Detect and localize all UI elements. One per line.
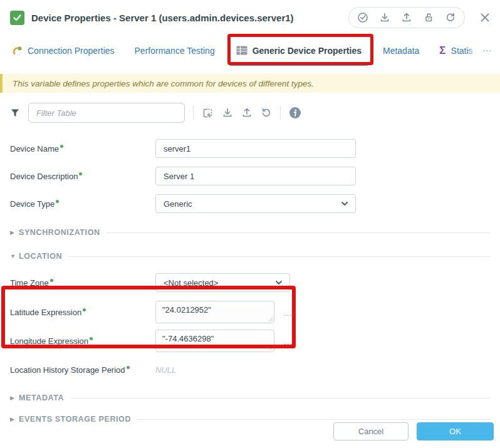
field-row-device-description: Device Description	[10, 167, 490, 185]
tab-performance-testing[interactable]: Performance Testing	[135, 35, 215, 66]
field-label: Device Description	[10, 172, 155, 181]
tab-label: Connection Properties	[28, 46, 115, 56]
required-indicator	[79, 172, 82, 175]
field-label: Device Type	[10, 199, 155, 209]
section-metadata[interactable]: ▶ METADATA	[10, 393, 490, 402]
required-indicator	[56, 200, 59, 203]
reload-icon[interactable]	[261, 107, 272, 118]
field-row-longitude-expression: Longitude Expression "-74.4636298" …	[10, 330, 490, 352]
field-label: Time Zone	[10, 278, 155, 288]
expand-arrow-icon: ▶	[10, 229, 19, 236]
device-description-input[interactable]	[155, 167, 356, 185]
selected-value: Generic	[164, 199, 192, 209]
section-divider	[68, 256, 490, 257]
tab-label: Metadata	[383, 46, 419, 56]
tab-generic-device-properties[interactable]: Generic Device Properties	[230, 35, 368, 66]
longitude-expression-editor-button[interactable]: …	[283, 336, 293, 346]
tab-label: Performance Testing	[135, 46, 215, 56]
latitude-expression-editor-button[interactable]: …	[283, 307, 293, 318]
field-row-latitude-expression: Latitude Expression "24.0212952" …	[10, 301, 490, 323]
section-synchronization[interactable]: ▶ SYNCHRONIZATION	[10, 228, 490, 237]
time-zone-select[interactable]: <Not selected>	[155, 273, 290, 292]
tab-metadata[interactable]: Metadata	[383, 35, 419, 66]
expand-arrow-icon: ▶	[10, 416, 19, 422]
section-divider	[137, 419, 490, 420]
required-indicator	[60, 145, 63, 148]
field-label: Latitude Expression	[10, 308, 155, 317]
field-label: Longitude Expression	[10, 336, 155, 346]
section-location[interactable]: ▼ LOCATION	[10, 252, 490, 261]
dialog-footer: Cancel OK	[0, 422, 500, 440]
export-icon[interactable]	[241, 107, 253, 118]
tab-bar: Connection Properties Performance Testin…	[0, 35, 500, 66]
device-name-input[interactable]	[155, 139, 356, 158]
chevron-down-icon	[276, 281, 282, 285]
ok-button[interactable]: OK	[417, 422, 494, 440]
import-icon[interactable]	[222, 107, 233, 118]
add-column-icon[interactable]	[202, 107, 214, 119]
info-banner-text: This variable defines properties which a…	[13, 79, 314, 88]
download-icon[interactable]	[379, 12, 390, 23]
text-fade	[467, 46, 477, 56]
field-row-device-type: Device Type Generic	[10, 194, 490, 213]
longitude-expression-input[interactable]: "-74.4636298"	[155, 330, 274, 352]
section-label: SYNCHRONIZATION	[19, 228, 100, 237]
dialog-title: Device Properties - Server 1 (users.admi…	[31, 13, 341, 23]
refresh-icon[interactable]	[445, 12, 456, 23]
header-action-group	[348, 7, 465, 28]
field-row-location-history-storage-period: Location History Storage Period NULL	[10, 363, 490, 376]
table-icon	[236, 46, 247, 55]
properties-form: Device Name Device Description Device Ty…	[0, 139, 500, 424]
field-row-time-zone: Time Zone <Not selected>	[10, 273, 490, 292]
table-toolbar	[0, 102, 500, 124]
filter-table-input[interactable]	[28, 103, 185, 123]
chevron-down-icon	[341, 202, 348, 206]
section-label: LOCATION	[19, 252, 62, 261]
toolbar-divider	[193, 106, 194, 120]
device-check-icon	[10, 11, 24, 25]
collapse-arrow-icon: ▼	[10, 253, 19, 259]
unlock-icon[interactable]	[423, 12, 434, 23]
required-indicator	[90, 337, 93, 340]
field-label: Location History Storage Period	[10, 365, 155, 375]
section-divider	[70, 398, 490, 399]
info-icon[interactable]	[289, 107, 301, 119]
selected-value: <Not selected>	[164, 278, 218, 288]
tab-overflow-icon[interactable]: ⋯	[482, 45, 492, 56]
close-icon[interactable]	[480, 13, 490, 23]
location-history-storage-period-value[interactable]: NULL	[155, 365, 176, 375]
cancel-button[interactable]: Cancel	[333, 422, 409, 440]
section-divider	[107, 232, 490, 233]
required-indicator	[83, 308, 86, 311]
info-banner: This variable defines properties which a…	[0, 74, 500, 93]
latitude-expression-input[interactable]: "24.0212952"	[155, 301, 274, 323]
connection-icon	[13, 46, 23, 56]
tab-statistics[interactable]: Σ Statis	[439, 35, 477, 66]
toolbar-divider	[280, 106, 281, 120]
required-indicator	[50, 279, 53, 282]
field-label: Device Name	[10, 144, 155, 154]
tab-label: Generic Device Properties	[253, 46, 362, 56]
expand-arrow-icon: ▶	[10, 395, 19, 401]
tab-connection-properties[interactable]: Connection Properties	[13, 35, 115, 66]
filter-funnel-icon	[10, 108, 20, 118]
required-indicator	[127, 366, 130, 369]
sigma-icon: Σ	[439, 44, 445, 57]
validate-icon[interactable]	[357, 12, 368, 23]
device-type-select[interactable]: Generic	[155, 194, 356, 213]
section-label: METADATA	[19, 393, 64, 402]
upload-icon[interactable]	[401, 12, 412, 23]
field-row-device-name: Device Name	[10, 139, 490, 158]
dialog-header: Device Properties - Server 1 (users.admi…	[0, 0, 500, 35]
